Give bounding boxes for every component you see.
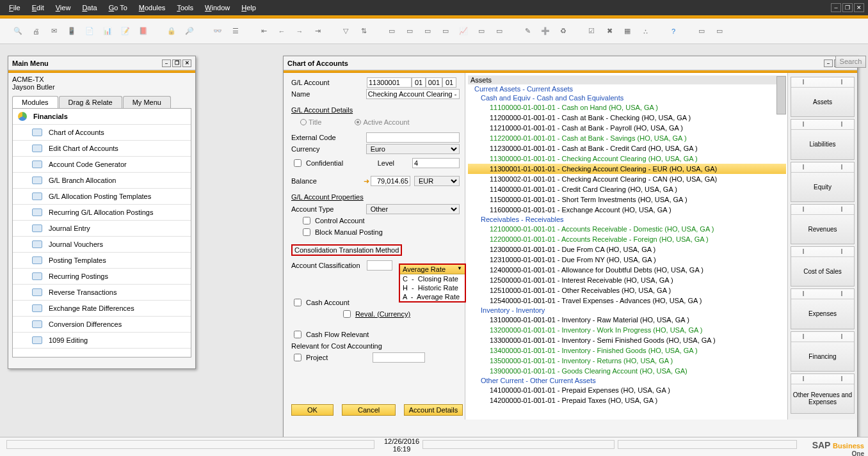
menu-item[interactable]: Chart of Accounts xyxy=(13,125,191,141)
form-icon[interactable]: ☰ xyxy=(229,25,242,38)
menu-help[interactable]: Help xyxy=(236,2,261,13)
binoculars-icon[interactable]: 👓 xyxy=(211,25,224,38)
doc6-icon[interactable]: ▭ xyxy=(493,25,506,38)
prev-icon[interactable]: ← xyxy=(275,25,288,38)
cfr-check[interactable] xyxy=(294,331,301,338)
menu-item[interactable]: Exchange Rate Differences xyxy=(13,301,191,317)
tree-node[interactable]: 11210000-01-001-01 - Cash at Bank - Payr… xyxy=(468,123,786,133)
mm-max-icon[interactable]: ❐ xyxy=(172,59,181,67)
menu-tools[interactable]: Tools xyxy=(172,2,198,13)
drawer-assets[interactable]: Assets xyxy=(791,77,855,117)
menu-item[interactable]: Reverse Transactions xyxy=(13,285,191,301)
tree-node[interactable]: 12300000-01-001-01 - Due From CA (HO, US… xyxy=(468,244,786,255)
ctm-dropdown[interactable]: Average Rate C - Closing Rate H - Histor… xyxy=(399,263,466,303)
tree-node[interactable]: 14100000-01-001-01 - Prepaid Expenses (H… xyxy=(468,385,786,395)
edit-icon[interactable]: ✎ xyxy=(521,25,534,38)
coa-min-icon[interactable]: – xyxy=(824,59,833,67)
conf-check[interactable] xyxy=(294,159,301,167)
menu-data[interactable]: Data xyxy=(77,2,102,13)
tree-node[interactable]: 11300001-01-001-01 - Checking Account Cl… xyxy=(468,164,786,174)
link-arrow-icon[interactable]: ➜ xyxy=(364,177,369,185)
drawer-expenses[interactable]: Expenses xyxy=(791,288,855,329)
alert1-icon[interactable]: ☑ xyxy=(585,25,598,38)
drawer-revenues[interactable]: Revenues xyxy=(791,204,855,244)
chart-icon[interactable]: 📈 xyxy=(457,25,470,38)
ctm-opt-a[interactable]: A - Average Rate xyxy=(400,292,465,301)
menu-item[interactable]: 1099 Editing xyxy=(13,333,191,349)
tree-node[interactable]: 11220000-01-001-01 - Cash at Bank - Savi… xyxy=(468,133,786,143)
tree-node[interactable]: 11600000-01-001-01 - Exchange Account (H… xyxy=(468,205,786,215)
tree-node[interactable]: 12400000-01-001-01 - Allowance for Doubt… xyxy=(468,265,786,275)
first-icon[interactable]: ⇤ xyxy=(257,25,270,38)
tree-node[interactable]: 11300000-01-001-01 - Checking Account Cl… xyxy=(468,153,786,164)
tree-node[interactable]: 12500000-01-001-01 - Interest Receivable… xyxy=(468,275,786,285)
doc3-icon[interactable]: ▭ xyxy=(421,25,434,38)
proj-input[interactable] xyxy=(373,352,425,363)
menu-edit[interactable]: Edit xyxy=(27,2,49,13)
cancel-button[interactable]: Cancel xyxy=(342,404,396,416)
tree-node[interactable]: Inventory - Inventory xyxy=(468,306,786,315)
menu-item[interactable]: Journal Entry xyxy=(13,221,191,237)
filter-icon[interactable]: ▽ xyxy=(339,25,352,38)
tree-node[interactable]: Receivables - Receivables xyxy=(468,215,786,224)
menu-go-to[interactable]: Go To xyxy=(104,2,133,13)
add-icon[interactable]: ➕ xyxy=(539,25,552,38)
tree-node[interactable]: 12200000-01-001-01 - Accounts Receivable… xyxy=(468,234,786,244)
menu-item[interactable]: Posting Templates xyxy=(13,253,191,269)
doc1-icon[interactable]: ▭ xyxy=(385,25,398,38)
tree-node[interactable]: 12510000-01-001-01 - Other Receivables (… xyxy=(468,285,786,295)
drawer-other-revenues-and-expenses[interactable]: Other Revenues and Expenses xyxy=(791,373,855,414)
sort-icon[interactable]: ⇅ xyxy=(357,25,370,38)
help-icon[interactable]: ? xyxy=(667,25,680,38)
menu-item[interactable]: G/L Branch Allocation xyxy=(13,173,191,189)
mm-min-icon[interactable]: – xyxy=(162,59,171,67)
excel-icon[interactable]: 📊 xyxy=(101,25,114,38)
tree-node[interactable]: Other Current - Other Current Assets xyxy=(468,376,786,385)
doc5-icon[interactable]: ▭ xyxy=(475,25,488,38)
tree-node[interactable]: 11100000-01-001-01 - Cash on Hand (HO, U… xyxy=(468,102,786,113)
aclass-input[interactable] xyxy=(367,260,392,271)
menu-window[interactable]: Window xyxy=(200,2,235,13)
menu-item[interactable]: G/L Allocation Posting Templates xyxy=(13,189,191,205)
gl-seg1[interactable] xyxy=(412,77,426,88)
next-icon[interactable]: → xyxy=(293,25,306,38)
ctm-opt-c[interactable]: C - Closing Rate xyxy=(400,274,465,283)
fax-icon[interactable]: 📄 xyxy=(83,25,96,38)
tree-scrollbar[interactable] xyxy=(776,76,786,418)
gl-seg2[interactable] xyxy=(426,77,442,88)
doc2-icon[interactable]: ▭ xyxy=(403,25,416,38)
level-input[interactable] xyxy=(412,158,460,168)
tab-drag-relate[interactable]: Drag & Relate xyxy=(59,96,122,108)
refresh-icon[interactable]: ♻ xyxy=(557,25,570,38)
menu-item[interactable]: Account Code Generator xyxy=(13,157,191,173)
menu-item[interactable]: Conversion Differences xyxy=(13,317,191,333)
menu-file[interactable]: File xyxy=(4,2,26,13)
bal-input[interactable] xyxy=(371,176,410,186)
close-icon[interactable]: ✕ xyxy=(854,3,864,12)
lock-icon[interactable]: 🔒 xyxy=(165,25,178,38)
tool1-icon[interactable]: ▭ xyxy=(695,25,708,38)
menu-item[interactable]: Recurring G/L Allocation Postings xyxy=(13,205,191,221)
tree-node[interactable]: Cash and Equiv - Cash and Cash Equivalen… xyxy=(468,93,786,102)
tree-node[interactable]: 13100000-01-001-01 - Inventory - Raw Mat… xyxy=(468,315,786,325)
module-financials[interactable]: Financials xyxy=(13,109,191,125)
proj-check[interactable] xyxy=(294,354,301,361)
tree-node[interactable]: 13900000-01-001-01 - Goods Clearing Acco… xyxy=(468,366,786,376)
doc4-icon[interactable]: ▭ xyxy=(439,25,452,38)
reval-check[interactable] xyxy=(343,310,351,318)
preview-icon[interactable]: 🔍 xyxy=(12,25,24,38)
bal-cur-select[interactable]: EUR xyxy=(414,176,460,186)
minimize-icon[interactable]: – xyxy=(831,3,841,12)
tree-node[interactable]: 11300002-01-001-01 - Checking Account Cl… xyxy=(468,174,786,184)
tree-node[interactable]: 14200000-01-001-01 - Prepaid Taxes (HO, … xyxy=(468,395,786,405)
gl-seg3[interactable] xyxy=(442,77,456,88)
tree-node[interactable]: Current Assets - Current Assets xyxy=(468,84,786,93)
active-radio[interactable]: Active Account xyxy=(355,118,409,126)
drawer-liabilities[interactable]: Liabilities xyxy=(791,119,855,159)
name-input[interactable] xyxy=(366,89,460,99)
cash-check[interactable] xyxy=(294,299,301,306)
tree-node[interactable]: 13500000-01-001-01 - Inventory - Returns… xyxy=(468,356,786,366)
ctm-selected[interactable]: Average Rate xyxy=(400,265,465,274)
tree-node[interactable]: 11500000-01-001-01 - Short Term Investme… xyxy=(468,194,786,205)
menu-item[interactable]: Recurring Postings xyxy=(13,269,191,285)
